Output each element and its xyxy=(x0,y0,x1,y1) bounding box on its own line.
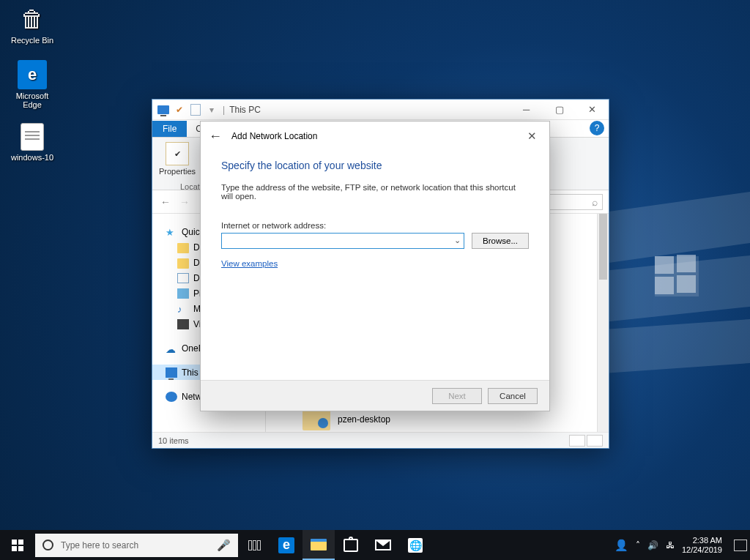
status-item-count: 10 items xyxy=(158,436,189,445)
clock-date: 12/24/2019 xyxy=(682,545,722,555)
search-placeholder: Type here to search xyxy=(61,540,138,550)
forward-button[interactable]: → xyxy=(177,196,192,208)
videos-icon xyxy=(177,319,189,329)
minimize-button[interactable]: ─ xyxy=(510,100,543,120)
taskbar: Type here to search 🎤 e 🌐 👤 ˄ 🔊 🖧 2:38 A… xyxy=(0,530,750,560)
ribbon-tab-file[interactable]: File xyxy=(152,121,187,137)
next-button[interactable]: Next xyxy=(432,388,482,404)
taskbar-app[interactable]: 🌐 xyxy=(399,530,431,560)
pc-icon xyxy=(166,367,177,378)
wizard-title: Add Network Location xyxy=(231,131,317,141)
taskbar-store[interactable] xyxy=(335,530,367,560)
edge-icon: e xyxy=(278,537,294,553)
task-view-icon xyxy=(248,540,261,550)
add-network-location-wizard: ← Add Network Location ✕ Specify the loc… xyxy=(200,121,550,411)
folder-icon xyxy=(311,539,327,550)
desktop-icon-label: Recycle Bin xyxy=(6,36,59,45)
network-icon xyxy=(166,392,177,402)
view-details-button[interactable] xyxy=(569,435,585,447)
desktop-icon-label: windows-10 xyxy=(6,153,59,162)
wizard-back-button[interactable]: ← xyxy=(207,129,224,144)
clock[interactable]: 2:38 AM 12/24/2019 xyxy=(682,536,727,555)
windows-icon xyxy=(12,540,23,551)
desktop-icon-recycle-bin[interactable]: Recycle Bin xyxy=(6,4,59,45)
folder-icon xyxy=(177,258,189,269)
desktop-icon-label: Microsoft Edge xyxy=(6,92,59,109)
desktop-icon-edge[interactable]: Microsoft Edge xyxy=(6,60,59,109)
network-location-label: pzen-desktop xyxy=(338,414,390,425)
edge-icon xyxy=(18,60,47,89)
window-titlebar[interactable]: ▾ | This PC ─ ▢ ✕ xyxy=(152,100,609,120)
pictures-icon xyxy=(177,288,189,299)
window-title: This PC xyxy=(229,105,261,115)
folder-icon xyxy=(177,243,189,253)
cloud-icon xyxy=(166,343,177,354)
qat-dropdown-icon[interactable]: ▾ xyxy=(209,105,214,115)
wizard-description: Type the address of the website, FTP sit… xyxy=(221,183,529,201)
wizard-body: Specify the location of your website Typ… xyxy=(201,151,549,380)
cortana-icon xyxy=(42,540,53,550)
music-icon xyxy=(177,304,189,314)
tray-chevron-up-icon[interactable]: ˄ xyxy=(636,540,640,550)
wizard-titlebar[interactable]: ← Add Network Location ✕ xyxy=(201,122,549,151)
back-button[interactable]: ← xyxy=(158,196,173,208)
network-tray-icon[interactable]: 🖧 xyxy=(666,540,675,550)
address-label: Internet or network address: xyxy=(221,221,529,230)
properties-qat-icon[interactable] xyxy=(173,103,186,116)
app-icon xyxy=(157,103,170,116)
network-location-icon xyxy=(302,408,330,430)
recycle-bin-icon xyxy=(18,4,47,34)
help-icon[interactable]: ? xyxy=(590,121,604,135)
search-icon: ⌕ xyxy=(592,196,598,208)
new-folder-qat-icon[interactable] xyxy=(189,103,202,116)
close-button[interactable]: ✕ xyxy=(576,100,609,120)
scrollbar-thumb[interactable] xyxy=(599,214,607,280)
maximize-button[interactable]: ▢ xyxy=(543,100,576,120)
clock-time: 2:38 AM xyxy=(682,536,722,545)
wizard-close-button[interactable]: ✕ xyxy=(520,126,543,146)
wizard-heading: Specify the location of your website xyxy=(221,160,529,171)
cancel-button[interactable]: Cancel xyxy=(488,388,538,404)
browse-button[interactable]: Browse... xyxy=(472,233,529,249)
system-tray: 👤 ˄ 🔊 🖧 2:38 AM 12/24/2019 xyxy=(615,536,750,555)
ribbon-properties-button[interactable]: ✔ Properties xyxy=(158,141,196,187)
taskbar-edge[interactable]: e xyxy=(270,530,302,560)
people-icon[interactable]: 👤 xyxy=(615,539,628,552)
checkmark-icon: ✔ xyxy=(166,142,189,165)
taskbar-mail[interactable] xyxy=(367,530,399,560)
star-icon xyxy=(166,227,177,237)
view-large-button[interactable] xyxy=(587,435,603,447)
action-center-icon[interactable] xyxy=(734,540,747,551)
app-icon: 🌐 xyxy=(408,538,423,553)
start-button[interactable] xyxy=(0,530,35,560)
ribbon-button-label: Properties xyxy=(158,167,196,176)
volume-icon[interactable]: 🔊 xyxy=(647,540,658,550)
quick-access-toolbar: ▾ xyxy=(157,103,218,116)
taskbar-search[interactable]: Type here to search 🎤 xyxy=(35,534,238,557)
mail-icon xyxy=(375,540,391,550)
task-view-button[interactable] xyxy=(238,530,270,560)
dropdown-icon[interactable]: ⌄ xyxy=(454,236,461,245)
taskbar-file-explorer[interactable] xyxy=(302,530,335,560)
store-icon xyxy=(344,539,358,552)
desktop-icon-textfile[interactable]: windows-10 xyxy=(6,123,59,162)
address-input[interactable]: ⌄ xyxy=(221,233,464,249)
documents-icon xyxy=(177,273,189,283)
desktop-background-art xyxy=(604,183,750,403)
status-bar: 10 items xyxy=(152,432,609,448)
view-examples-link[interactable]: View examples xyxy=(221,259,278,268)
mic-icon[interactable]: 🎤 xyxy=(217,539,231,552)
scrollbar[interactable] xyxy=(597,214,609,432)
wizard-footer: Next Cancel xyxy=(201,380,549,411)
text-file-icon xyxy=(21,123,44,151)
